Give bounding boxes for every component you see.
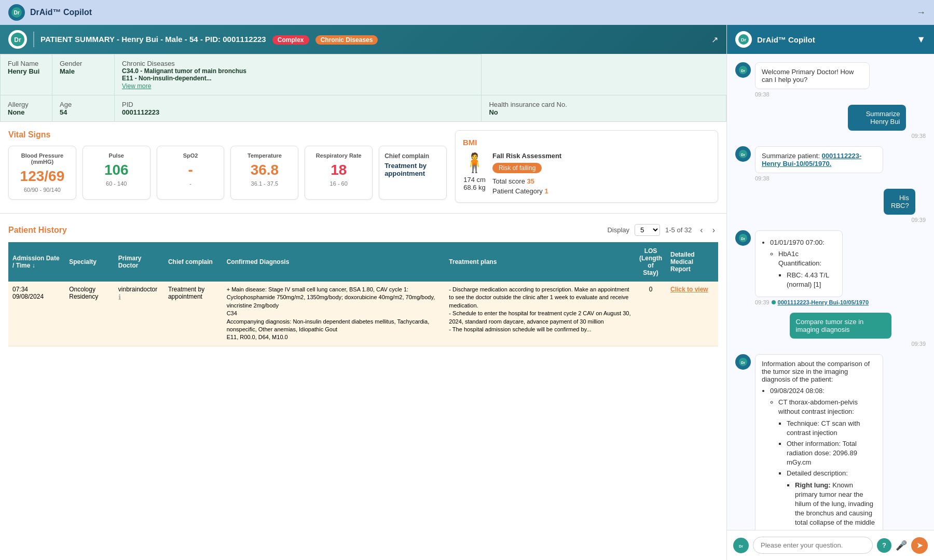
next-page-button[interactable]: › — [709, 225, 718, 236]
imaging-other: Other information: Total radiation dose:… — [787, 439, 876, 468]
msg-time-welcome: 09:38 — [755, 91, 908, 97]
pagination-nav: ‹ › — [697, 225, 718, 236]
col-detailed-report: Detailed Medical Report — [666, 242, 718, 282]
svg-text:Dr: Dr — [739, 544, 743, 548]
chat-input[interactable] — [753, 537, 873, 554]
patient-header-title: PATIENT SUMMARY - Henry Bui - Male - 54 … — [40, 35, 705, 45]
patient-category: Patient Category 1 — [492, 187, 710, 195]
patient-link-2[interactable]: 0001112223-Henry Bui-10/05/1970 — [778, 299, 869, 305]
col-primary-doctor: Primary Doctor — [114, 242, 164, 282]
vital-range-bp: 60/90 - 90/140 — [14, 187, 71, 193]
msg-content-imaging: Information about the comparison of the … — [755, 354, 926, 530]
col-confirmed-diagnosis: Confirmed Diagnosis — [223, 242, 445, 282]
bmi-body-icon: 🧍 — [463, 152, 486, 174]
gender-label: Gender — [60, 60, 107, 67]
help-button[interactable]: ? — [877, 538, 891, 553]
msg-time-link: 09:38 — [755, 175, 926, 181]
drAid-chat-logo: Dr — [735, 31, 752, 48]
chat-header: Dr DrAid™ Copilot ▼ — [727, 25, 934, 54]
cell-specialty: Oncology Residency — [65, 282, 114, 346]
prev-page-button[interactable]: ‹ — [697, 225, 706, 236]
section-divider — [0, 213, 726, 214]
drAid-logo-left: Dr — [8, 4, 25, 21]
msg-time-compare: 09:39 — [790, 341, 926, 347]
vital-label-bp: Blood Pressure (mmHG) — [14, 152, 71, 165]
bot-avatar-2: Dr — [735, 146, 751, 162]
msg-row-imaging: Dr Information about the comparison of t… — [735, 354, 926, 530]
top-bar-arrow[interactable]: → — [916, 7, 926, 18]
vitals-bmi-row: Vital Signs Blood Pressure (mmHG) 123/69… — [8, 130, 718, 203]
imaging-detailed: Detailed description: Right lung: Known … — [787, 469, 876, 530]
col-treatment-plans: Treatment plans — [445, 242, 635, 282]
svg-text:Dr: Dr — [741, 153, 745, 157]
badge-chronic: Chronic Diseases — [315, 35, 378, 45]
msg-row-link: Dr Summarize patient: 0001112223-Henry B… — [735, 146, 926, 181]
msg-row-rbc-response: Dr 01/01/1970 07:00: HbA1c Quantificatio… — [735, 230, 926, 305]
source-dot — [772, 300, 776, 304]
vital-range-pulse: 60 - 140 — [88, 180, 145, 187]
fall-risk-badge: Risk of falling — [492, 163, 542, 173]
display-select[interactable]: 5 10 20 — [635, 224, 660, 236]
expand-icon[interactable]: ↗ — [711, 35, 718, 45]
msg-row-compare: Compare tumor size in imaging diagnosis … — [735, 313, 926, 347]
msg-time-summarize: 09:38 — [848, 133, 926, 139]
collapse-icon[interactable]: ▼ — [916, 34, 926, 45]
drAid-logo-header: Dr — [8, 30, 27, 49]
pagination-info: 1-5 of 32 — [665, 226, 692, 234]
allergy-value: None — [8, 108, 45, 116]
vital-label-spo2: SpO2 — [162, 152, 219, 159]
patient-age: 54 — [189, 35, 198, 44]
imaging-intro: Information about the comparison of the … — [762, 360, 870, 383]
top-bar: Dr DrAid™ Copilot → — [0, 0, 934, 25]
cell-chief-complain: Treatment by appointment — [164, 282, 223, 346]
msg-row-summarize: Summarize Henry Bui 09:38 — [735, 105, 926, 139]
patient-pid: PID: 0001112223 — [205, 35, 266, 44]
chief-complain-label: Chief complain — [384, 152, 441, 160]
bmi-panel-inner: BMI 🧍 174 cm 68.6 kg Fall Risk Assessmen… — [455, 130, 718, 203]
msg-bubble-rbc-response: 01/01/1970 07:00: HbA1c Quantification: … — [755, 230, 843, 297]
imaging-list: 09/08/2024 08:08: CT thorax-abdomen-pelv… — [770, 386, 876, 530]
cell-confirmed-diagnosis: + Main disease: Stage IV small cell lung… — [223, 282, 445, 346]
msg-bubble-welcome: Welcome Primary Doctor! How can I help y… — [755, 62, 870, 89]
msg-bubble-rbc: His RBC? — [884, 189, 915, 215]
vital-card-temp: Temperature 36.8 36.1 - 37.5 — [230, 146, 298, 200]
patient-header: Dr PATIENT SUMMARY - Henry Bui - Male - … — [0, 25, 726, 54]
svg-text:Dr: Dr — [14, 36, 21, 44]
patient-name: Henry Bui — [121, 35, 158, 44]
chat-input-area: Dr ? 🎤 ➤ — [727, 530, 934, 560]
svg-text:Dr: Dr — [741, 361, 745, 365]
left-panel: Dr PATIENT SUMMARY - Henry Bui - Male - … — [0, 25, 726, 560]
age-label: Age — [60, 101, 107, 108]
cell-admission-date: 07:34 09/08/2024 — [8, 282, 65, 346]
mic-button[interactable]: 🎤 — [896, 540, 907, 551]
badge-complex: Complex — [272, 35, 309, 45]
view-more-link[interactable]: View more — [122, 82, 151, 90]
vital-signs-section: Vital Signs Blood Pressure (mmHG) 123/69… — [0, 122, 726, 211]
chat-title: DrAid™ Copilot — [757, 35, 815, 44]
msg-content-link: Summarize patient: 0001112223-Henry Bui-… — [755, 146, 926, 181]
cell-detailed-report[interactable]: Click to view — [666, 282, 718, 346]
vitals-grid: Blood Pressure (mmHG) 123/69 60/90 - 90/… — [8, 146, 447, 200]
bot-avatar-4: Dr — [735, 354, 751, 370]
main-layout: Dr PATIENT SUMMARY - Henry Bui - Male - … — [0, 25, 934, 560]
imaging-technique: Technique: CT scan with contrast injecti… — [787, 419, 876, 438]
send-button[interactable]: ➤ — [911, 537, 928, 554]
bmi-weight: 68.6 kg — [463, 184, 486, 191]
patient-link-1[interactable]: 0001112223-Henry Bui-10/05/1970. — [762, 152, 861, 167]
bmi-panel: BMI 🧍 174 cm 68.6 kg Fall Risk Assessmen… — [455, 130, 718, 203]
patient-history-section: Patient History Display 5 10 20 1-5 of 3… — [0, 216, 726, 355]
bot-avatar-1: Dr — [735, 62, 751, 78]
vital-card-rr: Respiratory Rate 18 16 - 60 — [305, 146, 373, 200]
click-to-view-link[interactable]: Click to view — [670, 286, 708, 293]
history-controls: Display 5 10 20 1-5 of 32 ‹ › — [607, 224, 718, 236]
imaging-date: 09/08/2024 08:08: CT thorax-abdomen-pelv… — [770, 386, 876, 530]
imaging-right-lung: Right lung: Known primary tumor near the… — [795, 481, 876, 530]
vital-value-bp: 123/69 — [14, 168, 71, 185]
col-admission-date[interactable]: Admission Date / Time ↓ — [8, 242, 65, 282]
vital-value-temp: 36.8 — [236, 162, 293, 178]
vital-value-pulse: 106 — [88, 162, 145, 178]
chief-complain-card: Chief complain Treatment by appointment — [379, 146, 447, 200]
msg-row-rbc: His RBC? 09:39 — [735, 189, 926, 223]
vital-label-rr: Respiratory Rate — [310, 152, 367, 159]
vital-card-pulse: Pulse 106 60 - 140 — [83, 146, 150, 200]
